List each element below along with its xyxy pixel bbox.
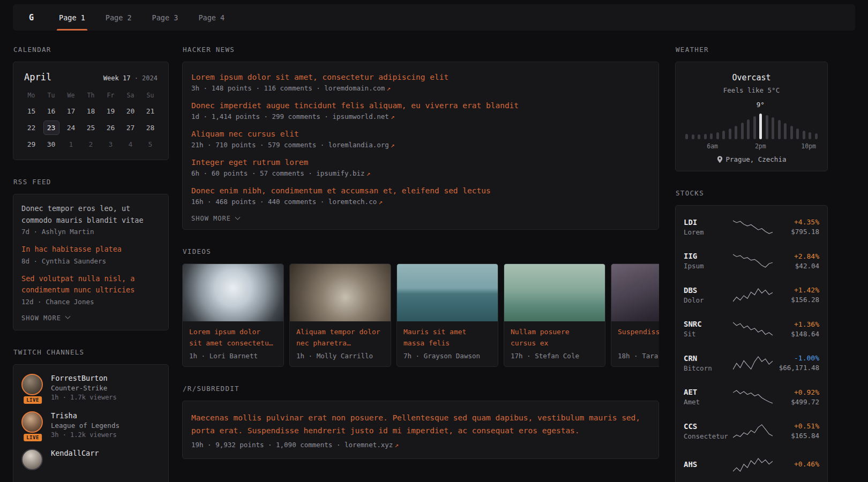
calendar-day: 22 (21, 119, 41, 136)
stock-row[interactable]: LDI Lorem +4.35% $795.18 (684, 210, 819, 244)
tab-page-3[interactable]: Page 3 (147, 4, 184, 31)
video-thumbnail (397, 264, 498, 321)
video-title: Aliquam tempor dolor nec pharetra… (296, 327, 384, 349)
external-link-icon[interactable]: ↗ (378, 198, 383, 206)
rss-item-link[interactable]: Sed volutpat nulla nisl, a condimentum n… (21, 273, 160, 296)
stock-id: IIG Ipsum (684, 252, 733, 270)
rss-show-more-button[interactable]: SHOW MORE (21, 314, 70, 322)
stock-sparkline (733, 389, 773, 405)
calendar-day: 29 (21, 136, 41, 153)
stock-sparkline (733, 423, 773, 439)
calendar-day-next-month: 5 (140, 136, 160, 153)
weather-widget: Overcast Feels like 5°C 9° 6am 2pm 10pm … (675, 62, 828, 171)
calendar-header: April Week 17 · 2024 (21, 72, 160, 82)
video-card[interactable]: Mauris sit amet massa felis 7h · Grayson… (396, 263, 498, 367)
stock-row[interactable]: CRN Bitcorn -1.00% $66,171.48 (684, 346, 819, 380)
hn-story-link[interactable]: Donec enim nibh, condimentum et accumsan… (191, 186, 650, 195)
hn-story: Lorem ipsum dolor sit amet, consectetur … (191, 73, 650, 92)
video-card[interactable]: Aliquam tempor dolor nec pharetra… 1h · … (289, 263, 391, 367)
stock-name: Consectetur (684, 432, 733, 440)
stock-change: +0.46% (773, 460, 819, 468)
calendar-dow: Mo (21, 88, 41, 103)
weather-section: WEATHER Overcast Feels like 5°C 9° 6am 2… (675, 46, 828, 171)
map-pin-icon (717, 156, 723, 163)
stock-sparkline (733, 321, 773, 337)
rss-item: Donec tempor eros leo, ut commodo mauris… (21, 203, 160, 236)
calendar-separator: · (134, 74, 138, 82)
hn-story-meta-text: 6h · 60 points · 57 comments · ipsumify.… (191, 169, 365, 177)
stock-row[interactable]: AHS +0.46% (684, 448, 819, 482)
tab-page-4[interactable]: Page 4 (193, 4, 230, 31)
hackernews-widget: Lorem ipsum dolor sit amet, consectetur … (182, 62, 659, 230)
external-link-icon[interactable]: ↗ (386, 84, 391, 92)
stock-symbol: IIG (684, 252, 733, 260)
weather-hour-label: 6am (707, 142, 718, 150)
stock-price: $42.04 (773, 262, 819, 270)
page-tabs: Page 1 Page 2 Page 3 Page 4 (49, 4, 235, 31)
section-title-hackernews: HACKER NEWS (183, 46, 659, 54)
hn-story-link[interactable]: Integer eget rutrum lorem (191, 158, 650, 167)
rss-item-link[interactable]: Donec tempor eros leo, ut commodo mauris… (21, 203, 160, 226)
video-card[interactable]: Nullam posuere cursus ex 17h · Stefan Co… (504, 263, 605, 367)
video-title: Lorem ipsum dolor sit amet consectetu… (189, 327, 277, 349)
external-link-icon[interactable]: ↗ (391, 112, 395, 120)
hn-story-meta: 21h · 710 points · 579 comments · loreml… (191, 141, 650, 149)
hn-story-link[interactable]: Donec imperdiet augue tincidunt felis al… (191, 101, 650, 110)
stock-values: -1.00% $66,171.48 (773, 354, 819, 372)
stock-values: +4.35% $795.18 (773, 218, 819, 236)
hn-story-meta-text: 1d · 1,414 points · 299 comments · ipsum… (191, 112, 389, 120)
stock-values: +0.46% (773, 460, 819, 470)
stock-sparkline (733, 457, 773, 473)
stock-row[interactable]: DBS Dolor +1.42% $156.28 (684, 278, 819, 312)
weather-condition: Overcast (683, 73, 820, 82)
stock-values: +1.42% $156.28 (773, 286, 819, 304)
hn-story-link[interactable]: Aliquam nec cursus elit (191, 130, 650, 138)
rss-show-more-label: SHOW MORE (21, 314, 61, 322)
left-column: CALENDAR April Week 17 · 2024 Mo Tu We T… (13, 46, 169, 482)
stock-row[interactable]: CCS Consectetur +0.51% $165.84 (684, 414, 819, 448)
calendar-day: 16 (41, 103, 61, 119)
rss-item: Sed volutpat nulla nisl, a condimentum n… (21, 273, 160, 306)
calendar-day: 27 (121, 119, 140, 136)
calendar-dow: We (61, 88, 81, 103)
stock-price: $795.18 (773, 228, 819, 236)
twitch-channel-row[interactable]: KendallCarr (21, 449, 160, 470)
stock-symbol: SNRC (684, 320, 733, 328)
calendar-day: 26 (101, 119, 121, 136)
tab-page-2[interactable]: Page 2 (100, 4, 137, 31)
calendar-month: April (24, 72, 51, 82)
avatar (21, 374, 43, 395)
external-link-icon[interactable]: ↗ (394, 441, 399, 449)
twitch-channel-row[interactable]: LIVE Trisha League of Legends 3h · 1.2k … (21, 411, 160, 439)
stock-change: +2.84% (773, 252, 819, 260)
calendar-widget: April Week 17 · 2024 Mo Tu We Th Fr Sa S… (13, 62, 169, 160)
video-card[interactable]: Lorem ipsum dolor sit amet consectetu… 1… (182, 263, 284, 367)
subreddit-post-link[interactable]: Maecenas mollis pulvinar erat non posuer… (191, 412, 650, 438)
video-body: Nullam posuere cursus ex 17h · Stefan Co… (504, 321, 605, 366)
hn-show-more-button[interactable]: SHOW MORE (191, 215, 240, 222)
external-link-icon[interactable]: ↗ (391, 141, 395, 149)
twitch-channel-row[interactable]: LIVE ForrestBurton Counter-Strike 1h · 1… (21, 374, 160, 401)
stock-price: $499.72 (773, 398, 819, 406)
app-logo[interactable]: G (21, 4, 41, 31)
stock-row[interactable]: AET Amet +0.92% $499.72 (684, 380, 819, 415)
video-card[interactable]: Suspendisse diam 18h · Tara (611, 263, 659, 367)
stock-row[interactable]: SNRC Sit +1.36% $148.64 (684, 312, 819, 347)
rss-item: In hac habitasse platea 8d · Cynthia Sau… (21, 244, 160, 265)
hn-story-link[interactable]: Lorem ipsum dolor sit amet, consectetur … (191, 73, 650, 81)
stock-sparkline (733, 253, 773, 269)
video-meta: 1h · Lori Barnett (189, 352, 277, 360)
rss-item-link[interactable]: In hac habitasse platea (21, 244, 160, 255)
weather-hours: 6am 2pm 10pm (685, 142, 818, 150)
stock-sparkline (733, 219, 773, 235)
twitch-channel-info: KendallCarr (51, 449, 99, 470)
external-link-icon[interactable]: ↗ (366, 169, 371, 177)
stock-symbol: AET (684, 388, 733, 396)
topbar: G Page 1 Page 2 Page 3 Page 4 (13, 4, 855, 31)
stock-symbol: CCS (684, 422, 733, 431)
tab-page-1[interactable]: Page 1 (54, 4, 91, 31)
live-badge: LIVE (24, 434, 42, 441)
calendar-day: 15 (21, 103, 41, 119)
stock-name: Dolor (684, 296, 733, 304)
stock-row[interactable]: IIG Ipsum +2.84% $42.04 (684, 244, 819, 278)
